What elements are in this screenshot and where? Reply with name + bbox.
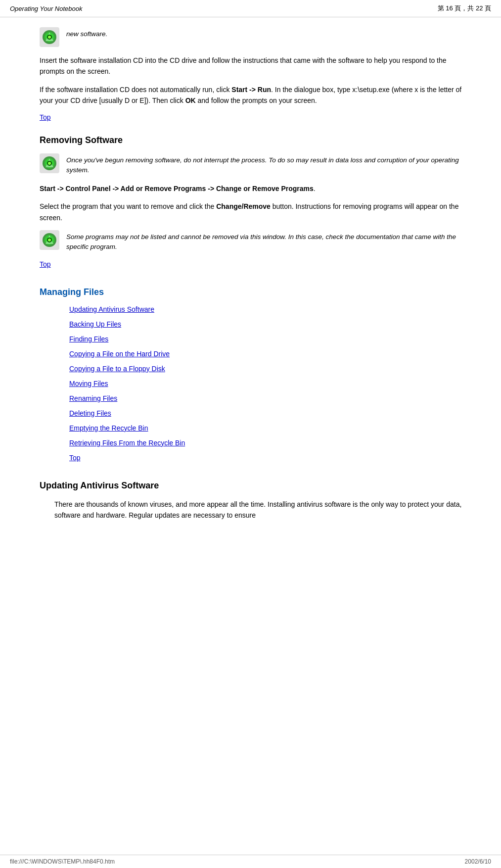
note-2-text: Once you've begun removing software, do … (66, 153, 471, 176)
footer-date: 2002/6/10 (465, 858, 491, 865)
note-3-text: Some programs may not be listed and cann… (66, 230, 471, 252)
updating-antivirus-heading: Updating Antivirus Software (40, 481, 471, 491)
svg-point-11 (48, 162, 51, 165)
header-title: Operating Your Notebook (10, 5, 82, 12)
note-block-3: Some programs may not be listed and cann… (40, 230, 471, 252)
managing-files-links: Updating Antivirus SoftwareBacking Up Fi… (69, 305, 471, 447)
note-icon-2 (40, 153, 59, 173)
managing-files-link[interactable]: Backing Up Files (69, 320, 471, 328)
note-block-2: Once you've begun removing software, do … (40, 153, 471, 176)
top-link-3[interactable]: Top (69, 454, 81, 462)
bold-start-run: Start -> (231, 86, 256, 94)
managing-files-heading: Managing Files (40, 287, 471, 297)
svg-point-5 (48, 36, 51, 39)
updating-antivirus-section: Updating Antivirus Software There are th… (40, 481, 471, 521)
top-link-1[interactable]: Top (40, 113, 51, 121)
managing-files-link[interactable]: Retrieving Files From the Recycle Bin (69, 439, 471, 447)
managing-files-link[interactable]: Deleting Files (69, 409, 471, 417)
managing-files-link[interactable]: Renaming Files (69, 394, 471, 402)
removing-para-2: Select the program that you want to remo… (40, 201, 471, 223)
svg-point-17 (48, 239, 51, 241)
managing-files-link[interactable]: Updating Antivirus Software (69, 305, 471, 313)
note-1-text: new software. (66, 27, 107, 39)
note-icon-3 (40, 230, 59, 250)
note-icon-1 (40, 27, 59, 47)
para-install-cd-2: If the software installation CD does not… (40, 84, 471, 106)
updating-antivirus-para: There are thousands of known viruses, an… (54, 499, 471, 521)
top-link-2[interactable]: Top (40, 260, 51, 268)
para-install-cd: Insert the software installation CD into… (40, 55, 471, 77)
page-header: Operating Your Notebook 第 16 頁，共 22 頁 (0, 0, 501, 17)
header-page-info: 第 16 頁，共 22 頁 (438, 4, 491, 13)
managing-files-link[interactable]: Moving Files (69, 380, 471, 387)
removing-software-heading: Removing Software (40, 135, 471, 145)
footer-file-path: file:///C:\WINDOWS\TEMP\.hh84F0.htm (10, 858, 115, 865)
managing-files-link[interactable]: Emptying the Recycle Bin (69, 424, 471, 432)
removing-para-1: Start -> Control Panel -> Add or Remove … (40, 183, 471, 194)
managing-files-link[interactable]: Finding Files (69, 335, 471, 343)
main-content: new software. Insert the software instal… (0, 17, 501, 541)
removing-software-section: Removing Software Once you've begun remo… (40, 135, 471, 277)
managing-files-link[interactable]: Copying a File to a Floppy Disk (69, 365, 471, 373)
managing-files-section: Managing Files Updating Antivirus Softwa… (40, 287, 471, 471)
note-block-1: new software. (40, 27, 471, 47)
managing-files-link[interactable]: Copying a File on the Hard Drive (69, 350, 471, 358)
page-footer: file:///C:\WINDOWS\TEMP\.hh84F0.htm 2002… (0, 855, 501, 868)
